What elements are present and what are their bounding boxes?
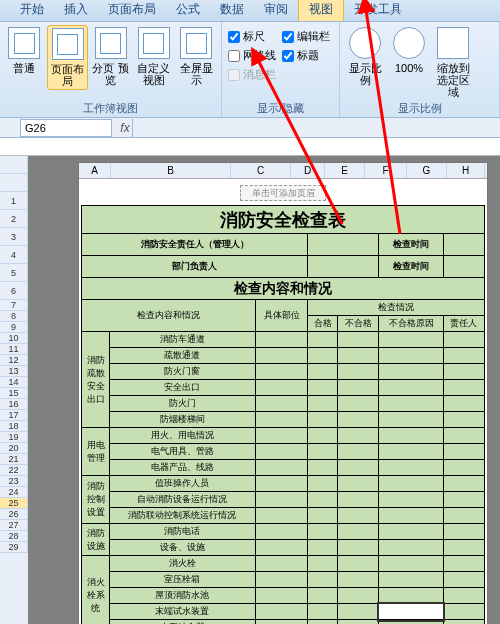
tab-review[interactable]: 审阅 xyxy=(254,0,298,21)
sheet-canvas[interactable]: A B C D E F G H 单击可添加页眉 消防安全检查表 消防安全责任人（… xyxy=(28,156,500,624)
btn-fullscreen[interactable]: 全屏显示 xyxy=(176,25,217,88)
chk-headings[interactable]: 标题 xyxy=(282,48,330,63)
group-workbook-views: 普通 页面布局 分页 预览 自定义 视图 全屏显示 工作簿视图 xyxy=(0,22,222,117)
btn-100[interactable]: 100% xyxy=(388,25,430,76)
tab-data[interactable]: 数据 xyxy=(210,0,254,21)
btn-zoom-selection[interactable]: 缩放到 选定区域 xyxy=(432,25,474,100)
tab-view[interactable]: 视图 xyxy=(298,0,344,21)
tab-dev[interactable]: 开发工具 xyxy=(344,0,412,21)
chk-msgbar[interactable]: 消息栏 xyxy=(228,67,276,82)
btn-custom-views[interactable]: 自定义 视图 xyxy=(133,25,174,88)
chk-gridlines[interactable]: 网格线 xyxy=(228,48,276,63)
ribbon-tabs: 开始 插入 页面布局 公式 数据 审阅 视图 开发工具 xyxy=(0,0,500,22)
btn-zoom[interactable]: 显示比例 xyxy=(344,25,386,88)
group-zoom: 显示比例 100% 缩放到 选定区域 显示比例 xyxy=(340,22,500,117)
row-headers[interactable]: 1 2 3 4 5 6 789 101112 131415 161718 192… xyxy=(0,156,28,624)
tab-layout[interactable]: 页面布局 xyxy=(98,0,166,21)
group-show-hide: 标尺 网格线 消息栏 编辑栏 标题 显示/隐藏 xyxy=(222,22,340,117)
tab-insert[interactable]: 插入 xyxy=(54,0,98,21)
group-label-views: 工作簿视图 xyxy=(4,100,217,117)
name-box[interactable] xyxy=(20,119,112,137)
chk-formula-bar[interactable]: 编辑栏 xyxy=(282,29,330,44)
tab-home[interactable]: 开始 xyxy=(10,0,54,21)
column-headers[interactable]: A B C D E F G H xyxy=(79,163,487,179)
horizontal-ruler xyxy=(0,138,500,156)
group-label-zoom: 显示比例 xyxy=(344,100,495,117)
btn-page-break[interactable]: 分页 预览 xyxy=(90,25,131,88)
formula-bar[interactable] xyxy=(132,119,500,137)
btn-normal[interactable]: 普通 xyxy=(4,25,45,76)
add-header-button[interactable]: 单击可添加页眉 xyxy=(240,185,326,201)
btn-page-layout[interactable]: 页面布局 xyxy=(47,25,88,90)
chk-ruler[interactable]: 标尺 xyxy=(228,29,276,44)
ribbon: 普通 页面布局 分页 预览 自定义 视图 全屏显示 工作簿视图 标尺 网格线 消… xyxy=(0,22,500,118)
page-preview: A B C D E F G H 单击可添加页眉 消防安全检查表 消防安全责任人（… xyxy=(78,162,488,624)
worksheet-area: 1 2 3 4 5 6 789 101112 131415 161718 192… xyxy=(0,156,500,624)
formula-bar-row: fx xyxy=(0,118,500,138)
group-label-show: 显示/隐藏 xyxy=(226,100,335,117)
tab-formula[interactable]: 公式 xyxy=(166,0,210,21)
table-title: 消防安全检查表 xyxy=(82,206,485,234)
green-table: 消防安全检查表 消防安全责任人（管理人）检查时间 部门负责人检查时间 检查内容和… xyxy=(81,205,485,624)
fx-icon[interactable]: fx xyxy=(118,121,132,135)
